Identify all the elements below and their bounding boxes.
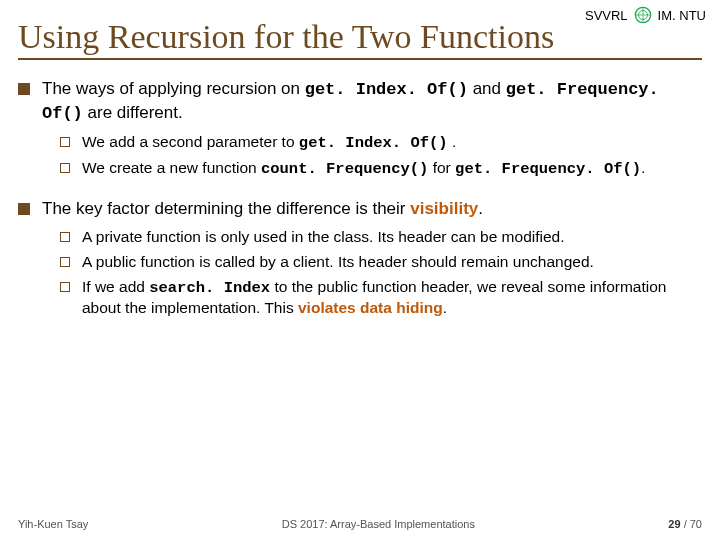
bullet-2: The key factor determining the differenc…: [18, 198, 702, 221]
sub-2c: If we add search. Index to the public fu…: [60, 277, 702, 320]
hollow-square-icon: [60, 257, 70, 267]
slide: SVVRL IM. NTU Using Recursion for the Tw…: [0, 0, 720, 540]
title-rule: [18, 58, 702, 60]
square-bullet-icon: [18, 203, 30, 215]
bullet-1: The ways of applying recursion on get. I…: [18, 78, 702, 126]
bullet-2-subs: A private function is only used in the c…: [60, 227, 702, 320]
sub-1b: We create a new function count. Frequenc…: [60, 158, 702, 180]
footer-author: Yih-Kuen Tsay: [18, 518, 88, 530]
sub-1a: We add a second parameter to get. Index.…: [60, 132, 702, 154]
bullet-2-text: The key factor determining the differenc…: [42, 198, 702, 221]
footer: Yih-Kuen Tsay DS 2017: Array-Based Imple…: [18, 518, 702, 530]
sub-2a: A private function is only used in the c…: [60, 227, 702, 248]
header-right: SVVRL IM. NTU: [585, 6, 706, 24]
footer-page: 29 / 70: [668, 518, 702, 530]
org-right: IM. NTU: [658, 8, 706, 23]
org-left: SVVRL: [585, 8, 628, 23]
content: The ways of applying recursion on get. I…: [18, 78, 702, 319]
bullet-1-subs: We add a second parameter to get. Index.…: [60, 132, 702, 180]
sub-2b: A public function is called by a client.…: [60, 252, 702, 273]
hollow-square-icon: [60, 163, 70, 173]
hollow-square-icon: [60, 137, 70, 147]
bullet-1-text: The ways of applying recursion on get. I…: [42, 78, 702, 126]
square-bullet-icon: [18, 83, 30, 95]
footer-course: DS 2017: Array-Based Implementations: [282, 518, 475, 530]
hollow-square-icon: [60, 232, 70, 242]
seal-icon: [634, 6, 652, 24]
hollow-square-icon: [60, 282, 70, 292]
